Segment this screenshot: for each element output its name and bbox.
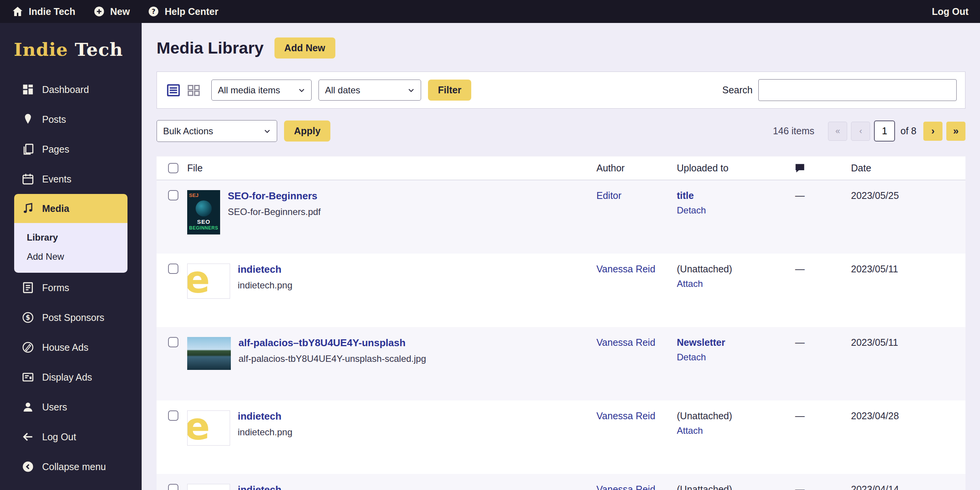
table-row: alf-palacios–tbY8U4UE4Y-unsplash alf-pal…: [157, 327, 965, 400]
grid-view-icon[interactable]: [186, 83, 201, 98]
media-filename: indietech.png: [238, 427, 292, 438]
detach-link[interactable]: Detach: [677, 352, 794, 363]
apply-button[interactable]: Apply: [284, 120, 330, 142]
admin-bar-help[interactable]: ? Help Center: [147, 5, 218, 18]
media-table: File Author Uploaded to Date SEJ SEO BEG…: [157, 156, 965, 490]
media-filename: indietech.png: [238, 280, 292, 291]
sidebar-item-users[interactable]: Users: [0, 392, 142, 422]
comments-count: —: [794, 410, 851, 422]
column-header-file[interactable]: File: [181, 163, 596, 174]
admin-bar-new[interactable]: New: [93, 5, 130, 18]
filter-button[interactable]: Filter: [428, 80, 471, 101]
view-switcher: [165, 82, 201, 98]
list-view-icon[interactable]: [165, 82, 181, 98]
logout-label: Log Out: [932, 6, 969, 17]
file-thumbnail[interactable]: e: [187, 484, 230, 490]
sidebar-item-events[interactable]: Events: [0, 164, 142, 194]
attach-link[interactable]: Attach: [677, 278, 794, 289]
file-thumbnail[interactable]: SEJ SEO BEGINNERS: [187, 190, 220, 234]
sidebar-item-collapse-menu[interactable]: Collapse menu: [0, 452, 142, 482]
search-input[interactable]: [758, 79, 957, 101]
logo-text-accent: Indie: [14, 39, 68, 60]
thumbnail-logo-glyph: e: [187, 484, 210, 490]
uploaded-to-status: (Unattached): [677, 484, 794, 490]
admin-bar-site[interactable]: Indie Tech: [11, 5, 75, 18]
sidebar-item-display-ads[interactable]: Display Ads: [0, 362, 142, 392]
arrow-left-icon: [21, 430, 34, 443]
sidebar-item-post-sponsors[interactable]: $ Post Sponsors: [0, 303, 142, 332]
select-all-checkbox[interactable]: [168, 163, 178, 173]
comments-count: —: [794, 337, 851, 348]
attach-link[interactable]: Attach: [677, 425, 794, 436]
column-header-comments[interactable]: [794, 163, 851, 174]
uploaded-to-link[interactable]: Newsletter: [677, 337, 794, 348]
next-page-button[interactable]: ›: [923, 122, 942, 141]
table-row: e indietech indietech.png Vanessa Reid (…: [157, 400, 965, 474]
row-checkbox[interactable]: [168, 410, 178, 421]
site-logo[interactable]: Indie Tech: [0, 23, 142, 75]
pin-icon: [21, 113, 34, 126]
media-title-link[interactable]: alf-palacios–tbY8U4UE4Y-unsplash: [238, 337, 405, 349]
row-checkbox[interactable]: [168, 264, 178, 274]
sidebar-item-dashboard[interactable]: Dashboard: [0, 75, 142, 104]
main-content: Media Library Add New All media items Al…: [142, 23, 980, 490]
forms-icon: [21, 281, 34, 294]
comments-count: —: [794, 190, 851, 201]
page-header: Media Library Add New: [157, 37, 965, 59]
sidebar-item-label: Posts: [42, 114, 66, 125]
current-page-input[interactable]: [874, 120, 895, 142]
bulk-actions-row: Bulk Actions Apply 146 items « ‹ of 8 › …: [157, 120, 965, 142]
admin-bar-logout[interactable]: Log Out: [932, 6, 969, 17]
bulk-actions-select[interactable]: Bulk Actions: [157, 120, 277, 142]
file-thumbnail[interactable]: [187, 337, 231, 370]
sidebar: Indie Tech Dashboard Posts Pages Events …: [0, 23, 142, 490]
file-thumbnail[interactable]: e: [187, 264, 230, 299]
media-type-select[interactable]: All media items: [211, 80, 312, 101]
media-title-link[interactable]: SEO-for-Beginners: [228, 190, 317, 202]
sidebar-item-label: Log Out: [42, 431, 76, 443]
user-icon: [21, 400, 34, 413]
detach-link[interactable]: Detach: [677, 205, 794, 216]
sidebar-item-label: Display Ads: [42, 372, 92, 383]
media-icon: [21, 202, 34, 215]
author-link[interactable]: Editor: [596, 190, 621, 201]
author-link[interactable]: Vanessa Reid: [596, 410, 655, 421]
first-page-button[interactable]: «: [828, 122, 847, 141]
sidebar-item-house-ads[interactable]: House Ads: [0, 332, 142, 362]
date-filter-select[interactable]: All dates: [318, 80, 421, 101]
author-link[interactable]: Vanessa Reid: [596, 337, 655, 348]
submenu-item-add-new[interactable]: Add New: [27, 251, 127, 262]
row-checkbox[interactable]: [168, 484, 178, 490]
column-header-author[interactable]: Author: [596, 163, 677, 174]
author-link[interactable]: Vanessa Reid: [596, 264, 655, 274]
upload-date: 2023/04/14: [851, 484, 965, 490]
sidebar-item-forms[interactable]: Forms: [0, 273, 142, 303]
submenu-item-library[interactable]: Library: [27, 232, 127, 243]
last-page-button[interactable]: »: [946, 122, 965, 141]
media-title-link[interactable]: indietech: [238, 410, 281, 422]
dashboard-icon: [21, 83, 34, 96]
new-label: New: [110, 6, 130, 17]
chevron-down-icon: [262, 126, 272, 136]
column-header-uploaded-to[interactable]: Uploaded to: [677, 163, 794, 174]
table-row: e indietech indietech.png Vanessa Reid (…: [157, 474, 965, 490]
file-thumbnail[interactable]: e: [187, 410, 230, 446]
row-checkbox[interactable]: [168, 190, 178, 200]
media-title-link[interactable]: indietech: [238, 264, 281, 275]
sidebar-item-pages[interactable]: Pages: [0, 134, 142, 164]
thumbnail-globe-graphic: [196, 200, 212, 217]
prev-page-button[interactable]: ‹: [851, 122, 870, 141]
thumbnail-logo-glyph: e: [187, 264, 210, 298]
uploaded-to-link[interactable]: title: [677, 190, 794, 201]
sidebar-item-logout[interactable]: Log Out: [0, 422, 142, 452]
add-new-button[interactable]: Add New: [274, 37, 335, 59]
column-header-date[interactable]: Date: [851, 163, 965, 174]
media-title-link[interactable]: indietech: [238, 484, 281, 490]
sidebar-item-media[interactable]: Media: [14, 194, 127, 223]
author-link[interactable]: Vanessa Reid: [596, 484, 655, 490]
bulk-actions-select-value: Bulk Actions: [163, 126, 213, 137]
row-checkbox[interactable]: [168, 337, 178, 347]
upload-date: 2023/05/11: [851, 264, 965, 275]
sidebar-item-posts[interactable]: Posts: [0, 104, 142, 134]
page-title: Media Library: [157, 39, 264, 57]
